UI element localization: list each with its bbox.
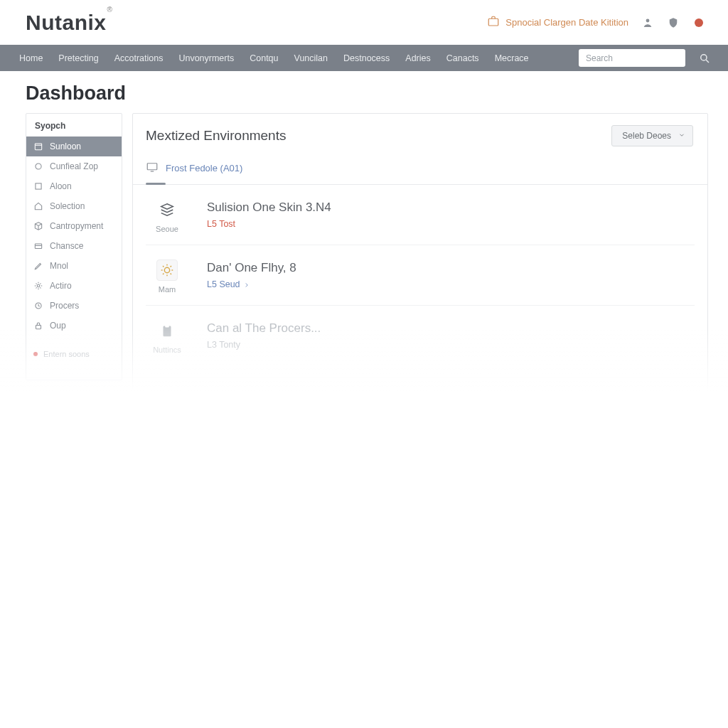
circle-icon xyxy=(33,161,43,171)
svg-point-2 xyxy=(695,18,703,27)
sidebar: Syopch Sunloon Cunfieal Zop Aloon Solect… xyxy=(26,113,122,380)
svg-rect-14 xyxy=(147,164,157,170)
sidebar-item-label: Solection xyxy=(50,201,85,211)
lock-icon xyxy=(33,321,43,331)
card-icon xyxy=(33,241,43,251)
pencil-icon xyxy=(33,261,43,271)
nav-mecrace[interactable]: Mecrace xyxy=(490,50,534,66)
environments-panel: Mextized Environments Seleb Deoes Frost … xyxy=(132,113,708,395)
panel-title: Mextized Environments xyxy=(146,128,286,144)
svg-line-4 xyxy=(706,60,709,63)
sidebar-heading: Syopch xyxy=(26,114,122,136)
gear-icon xyxy=(33,281,43,291)
primary-nav: Home Pretecting Accotrations Unvonyrmert… xyxy=(0,45,728,71)
alert-icon[interactable] xyxy=(692,16,705,29)
row-badge-label: Mam xyxy=(159,285,176,294)
svg-rect-8 xyxy=(36,183,41,189)
stack-icon xyxy=(156,199,178,220)
env-row[interactable]: Mam Dan' One Flhy, 8 L5 Seud xyxy=(146,245,695,306)
tab-indicator xyxy=(146,183,166,185)
nav-contqu[interactable]: Contqu xyxy=(245,50,283,66)
nav-destnocess[interactable]: Destnocess xyxy=(338,50,395,66)
notice-text: Spnocial Clargen Date Kitition xyxy=(505,17,628,28)
sidebar-item-label: Cunfieal Zop xyxy=(50,161,98,171)
row-badge-label: Nuttincs xyxy=(153,346,181,354)
search-input[interactable] xyxy=(579,49,685,67)
briefcase-icon xyxy=(487,15,500,30)
notice-banner[interactable]: Spnocial Clargen Date Kitition xyxy=(487,15,628,30)
env-row[interactable]: Nuttincs Can al The Procers... L3 Tonty xyxy=(146,306,695,365)
scope-dropdown[interactable]: Seleb Deoes xyxy=(611,125,693,146)
row-title: Can al The Procers... xyxy=(207,321,695,336)
svg-point-1 xyxy=(646,18,650,22)
nav-unvonyrmerts[interactable]: Unvonyrmerts xyxy=(173,50,239,66)
cube-icon xyxy=(33,221,43,231)
row-status: L3 Tonty xyxy=(207,340,695,350)
nav-canacts[interactable]: Canacts xyxy=(441,50,484,66)
sidebar-item-label: Procers xyxy=(50,301,79,311)
svg-point-3 xyxy=(701,54,707,60)
sidebar-item-label: Sunloon xyxy=(50,141,81,151)
box-icon xyxy=(33,181,43,191)
user-icon[interactable] xyxy=(641,16,654,29)
clipboard-icon xyxy=(156,320,178,341)
sidebar-item-procers[interactable]: Procers xyxy=(26,296,122,316)
calendar-icon xyxy=(33,141,43,151)
chevron-down-icon xyxy=(678,131,685,141)
svg-point-11 xyxy=(37,284,40,287)
svg-rect-17 xyxy=(164,326,171,337)
dropdown-label: Seleb Deoes xyxy=(622,131,671,141)
sidebar-item-mnol[interactable]: Mnol xyxy=(26,256,122,276)
sidebar-item-actiro[interactable]: Actiro xyxy=(26,276,122,296)
row-status: L5 Tost xyxy=(207,219,695,229)
sidebar-item-cantropyment[interactable]: Cantropyment xyxy=(26,216,122,236)
sidebar-item-label: Cantropyment xyxy=(50,221,103,231)
svg-rect-9 xyxy=(35,244,41,248)
nav-adries[interactable]: Adries xyxy=(400,50,435,66)
row-status-link[interactable]: L5 Seud xyxy=(207,279,695,289)
sidebar-footer-label: Entern soons xyxy=(43,350,90,358)
svg-point-16 xyxy=(164,267,169,272)
tab-frost-fedole[interactable]: Frost Fedole (A01) xyxy=(146,161,247,184)
status-dot-icon xyxy=(33,352,38,356)
svg-rect-18 xyxy=(165,325,169,328)
row-title: Dan' One Flhy, 8 xyxy=(207,261,695,275)
sidebar-item-sunloon[interactable]: Sunloon xyxy=(26,136,122,156)
sun-icon xyxy=(156,259,178,281)
svg-point-7 xyxy=(36,164,41,169)
sidebar-footer: Entern soons xyxy=(26,343,122,358)
sidebar-item-aloon[interactable]: Aloon xyxy=(26,176,122,196)
sidebar-item-cunfieal[interactable]: Cunfieal Zop xyxy=(26,156,122,176)
page-title: Dashboard xyxy=(26,82,728,105)
sidebar-item-label: Mnol xyxy=(50,261,68,271)
clock-icon xyxy=(33,301,43,311)
sidebar-item-label: Chansce xyxy=(50,241,83,251)
chevron-right-icon xyxy=(243,281,250,288)
sidebar-item-label: Actiro xyxy=(50,281,72,291)
svg-rect-5 xyxy=(35,144,41,150)
monitor-icon xyxy=(146,161,159,176)
brand-logo: Nutanix® xyxy=(26,11,112,35)
row-badge-label: Seoue xyxy=(156,225,178,233)
sidebar-item-label: Aloon xyxy=(50,181,72,191)
tab-label: Frost Fedole (A01) xyxy=(166,163,242,173)
nav-pretecting[interactable]: Pretecting xyxy=(53,50,103,66)
search-icon[interactable] xyxy=(698,52,711,65)
sidebar-item-chansce[interactable]: Chansce xyxy=(26,236,122,256)
home-icon xyxy=(33,201,43,211)
sidebar-item-oup[interactable]: Oup xyxy=(26,316,122,336)
env-row[interactable]: Seoue Sulision One Skin 3.N4 L5 Tost xyxy=(146,185,695,245)
row-title: Sulision One Skin 3.N4 xyxy=(207,200,695,215)
shield-icon[interactable] xyxy=(667,16,680,29)
sidebar-item-label: Oup xyxy=(50,321,66,331)
nav-home[interactable]: Home xyxy=(14,50,48,66)
svg-rect-0 xyxy=(489,18,499,26)
nav-accotrations[interactable]: Accotrations xyxy=(109,50,168,66)
svg-rect-13 xyxy=(36,325,41,328)
nav-vuncilan[interactable]: Vuncilan xyxy=(289,50,333,66)
sidebar-item-solection[interactable]: Solection xyxy=(26,196,122,216)
